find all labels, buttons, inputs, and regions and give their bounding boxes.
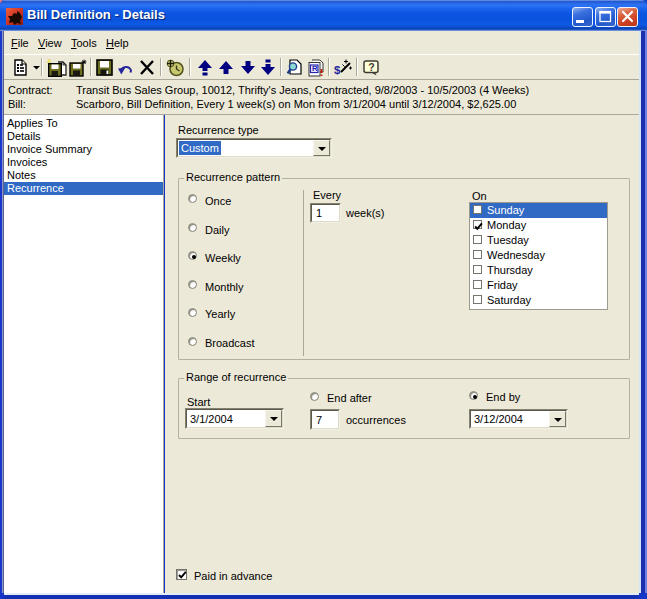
svg-text:?: ? bbox=[368, 61, 374, 73]
svg-text:$: $ bbox=[334, 64, 341, 76]
svg-text:R: R bbox=[312, 64, 318, 73]
